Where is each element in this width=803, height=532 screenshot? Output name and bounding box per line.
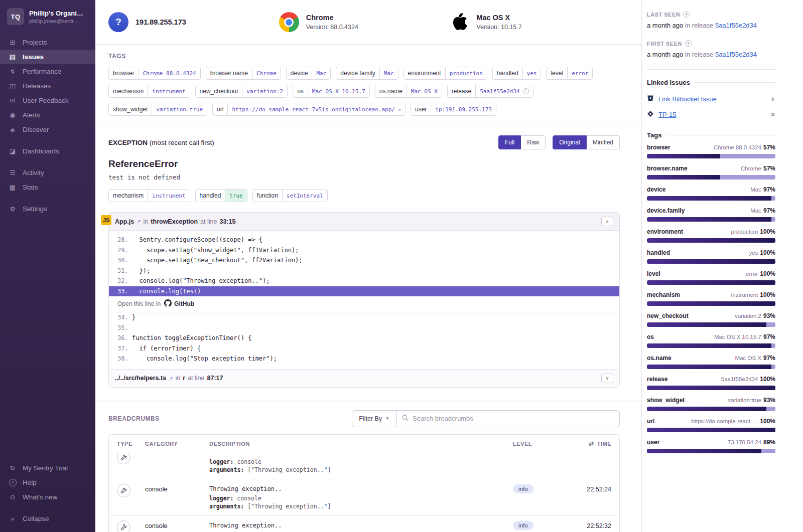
tag-dist-new-checkout[interactable]: new_checkoutvariation:293% — [647, 312, 775, 327]
tag-pill-new-checkout[interactable]: new_checkoutvariation:2 — [195, 85, 288, 98]
tag-pill-environment[interactable]: environmentproduction — [404, 67, 487, 80]
sidebar-item-issues[interactable]: ▤Issues — [0, 50, 95, 64]
sidebar-item-collapse[interactable]: «Collapse — [0, 511, 95, 526]
linked-issue-link[interactable]: TP-15 — [658, 111, 676, 118]
breadcrumb-row[interactable]: consoleThrowing exception..logger: conso… — [109, 479, 619, 516]
tag-pill-browser-name[interactable]: browser.nameChrome — [206, 67, 281, 80]
sidebar-item-settings[interactable]: ⚙Settings — [0, 202, 95, 216]
tag-pill-function[interactable]: functionsetInterval — [252, 189, 328, 202]
tag-dist-user[interactable]: user73.170.54.2489% — [647, 439, 775, 453]
code-line[interactable]: 38. console.log("Stop exception timer"); — [109, 353, 619, 364]
release-link[interactable]: 5aa1f55e2d34 — [715, 22, 757, 29]
tag-dist-show-widget[interactable]: show_widgetvariation:true93% — [647, 397, 775, 411]
expand-frame-button[interactable]: ∨ — [601, 374, 613, 383]
external-link-icon[interactable]: ↗ — [137, 219, 141, 224]
code-line[interactable]: 34.} — [109, 312, 619, 323]
sort-icon[interactable]: ⇄ — [589, 440, 594, 447]
tag-pill-os[interactable]: osMac OS X 10.15.7 — [293, 85, 370, 98]
tag-distribution-bar — [647, 196, 775, 201]
breadcrumb-time: 22:52:24 — [559, 484, 611, 510]
stack-frame-header[interactable]: App.js ↗ in throwException at line 33:15… — [109, 213, 619, 231]
tag-dist-environment[interactable]: environmentproduction100% — [647, 228, 775, 243]
external-link-icon[interactable]: ↗ — [169, 376, 173, 381]
view-full-button[interactable]: Full — [498, 135, 521, 149]
tag-pill-user[interactable]: userip:191.89.255.173 — [411, 103, 496, 116]
tag-dist-device[interactable]: deviceMac97% — [647, 186, 775, 201]
tag-pill-mechanism[interactable]: mechanisminstrument — [108, 189, 190, 202]
breadcrumb-row[interactable]: consoleThrowing exception..logger: conso… — [109, 516, 619, 532]
tag-dist-os[interactable]: osMac OS X 10.15.797% — [647, 333, 775, 348]
sidebar-item-help[interactable]: ?Help — [0, 475, 95, 490]
breadcrumb-row[interactable]: logger: consolearguments: ["Throwing exc… — [109, 453, 619, 479]
tag-dist-browser-name[interactable]: browser.nameChrome57% — [647, 165, 775, 180]
tag-pill-url[interactable]: urlhttps://do-sample-react-7v5is.ondigit… — [212, 103, 406, 116]
code-line[interactable]: 32. console.log("Throwing exception.."); — [109, 276, 619, 286]
tag-dist-level[interactable]: levelerror100% — [647, 270, 775, 285]
tag-distribution-bar — [647, 301, 775, 306]
tag-dist-release[interactable]: release5aa1f55e2d34100% — [647, 376, 775, 390]
sidebar-item-alerts[interactable]: ◉Alerts — [0, 108, 95, 122]
org-switcher[interactable]: TQ Phillip's Organiz… phillip.jones@sent… — [0, 0, 95, 32]
sidebar-item-dashboards[interactable]: ◪Dashboards — [0, 144, 95, 158]
collapsed-frame-row[interactable]: ../../src/helpers.ts ↗ in r at line 87:1… — [109, 369, 619, 387]
view-raw-button[interactable]: Raw — [521, 135, 546, 149]
tag-pill-show-widget[interactable]: show_widgetvariation:true — [108, 103, 207, 116]
source-minified-button[interactable]: Minified — [587, 135, 620, 149]
sidebar-item-user-feedback[interactable]: ✉User Feedback — [0, 93, 95, 108]
tag-distribution-bar — [647, 449, 775, 453]
tag-distribution-bar — [647, 280, 775, 285]
tag-dist-url[interactable]: urlhttps://do-sample-react-…100% — [647, 418, 775, 432]
tag-dist-os-name[interactable]: os.nameMac OS X97% — [647, 354, 775, 369]
sidebar-item-my-sentry-trial[interactable]: ↻My Sentry Trial — [0, 461, 95, 475]
search-input[interactable] — [413, 415, 614, 422]
tag-dist-mechanism[interactable]: mechanisminstrument100% — [647, 291, 775, 306]
tag-dist-handled[interactable]: handledyes100% — [647, 249, 775, 264]
tag-pill-handled[interactable]: handledtrue — [195, 189, 247, 202]
sidebar-item-stats[interactable]: ▦Stats — [0, 180, 95, 195]
frame-lineno: 87:17 — [207, 375, 223, 382]
collapse-frame-button[interactable]: ∧ — [601, 217, 613, 226]
release-link[interactable]: 5aa1f55e2d34 — [715, 51, 757, 58]
code-line[interactable]: 31. }); — [109, 266, 619, 276]
source-original-button[interactable]: Original — [553, 135, 586, 149]
sidebar-item-projects[interactable]: ⊞Projects — [0, 35, 95, 50]
close-icon[interactable]: × — [770, 110, 775, 119]
help-tooltip-icon[interactable]: ? — [685, 40, 692, 47]
code-line[interactable]: 37. if (errorTimer) { — [109, 343, 619, 354]
tag-pill-browser[interactable]: browserChrome 88.0.4324 — [108, 67, 201, 80]
sidebar-item-activity[interactable]: ☰Activity — [0, 165, 95, 180]
link-bitbucket-issue[interactable]: Link Bitbucket Issue — [658, 95, 717, 103]
filter-by-button[interactable]: Filter By▼ — [352, 410, 396, 427]
breadcrumbs-title: BREADCRUMBS — [108, 415, 160, 422]
error-value: test is not defined — [108, 173, 620, 181]
sidebar-item-what-s-new[interactable]: ⊙What's new — [0, 490, 95, 504]
tag-distribution-bar — [647, 407, 775, 411]
github-link[interactable]: GitHub — [164, 299, 194, 308]
sidebar-item-label: Settings — [23, 205, 47, 213]
tag-pill-handled[interactable]: handledyes — [492, 67, 542, 80]
plus-icon[interactable]: + — [770, 95, 775, 103]
code-line[interactable]: 30. scope.setTag("new_checkout", ff2Vari… — [109, 255, 619, 266]
tag-pill-device-family[interactable]: device.familyMac — [336, 67, 398, 80]
code-line[interactable]: 29. scope.setTag("show_widget", ff1Varia… — [109, 245, 619, 256]
source-toggle-group: Original Minified — [553, 135, 620, 149]
context-os-title: Mac OS X — [476, 14, 521, 22]
code-line[interactable]: 28. Sentry.configureScope((scope) => { — [109, 235, 619, 245]
code-line[interactable]: 35. — [109, 323, 619, 333]
tag-pill-os-name[interactable]: os.nameMac OS X — [375, 85, 442, 98]
code-line[interactable]: 33. console.log(test) — [109, 286, 619, 297]
tag-pill-release[interactable]: release5aa1f55e2d34i — [447, 85, 533, 98]
sidebar-item-discover[interactable]: ◈Discover — [0, 122, 95, 137]
tag-dist-device-family[interactable]: device.familyMac97% — [647, 207, 775, 222]
tag-pill-mechanism[interactable]: mechanisminstrument — [108, 85, 190, 98]
sidebar-item-performance[interactable]: ↯Performance — [0, 64, 95, 79]
tag-dist-browser[interactable]: browserChrome 88.0.432457% — [647, 144, 775, 158]
sidebar-item-releases[interactable]: ◫Releases — [0, 79, 95, 93]
user-feedback-icon: ✉ — [8, 97, 17, 104]
settings-icon: ⚙ — [8, 205, 17, 213]
first-seen-label: FIRST SEEN — [647, 41, 682, 47]
tag-pill-level[interactable]: levelerror — [546, 67, 593, 80]
tag-pill-device[interactable]: deviceMac — [286, 67, 331, 80]
code-line[interactable]: 36.function toggleExceptionTimer() { — [109, 333, 619, 343]
help-tooltip-icon[interactable]: ? — [683, 11, 690, 18]
